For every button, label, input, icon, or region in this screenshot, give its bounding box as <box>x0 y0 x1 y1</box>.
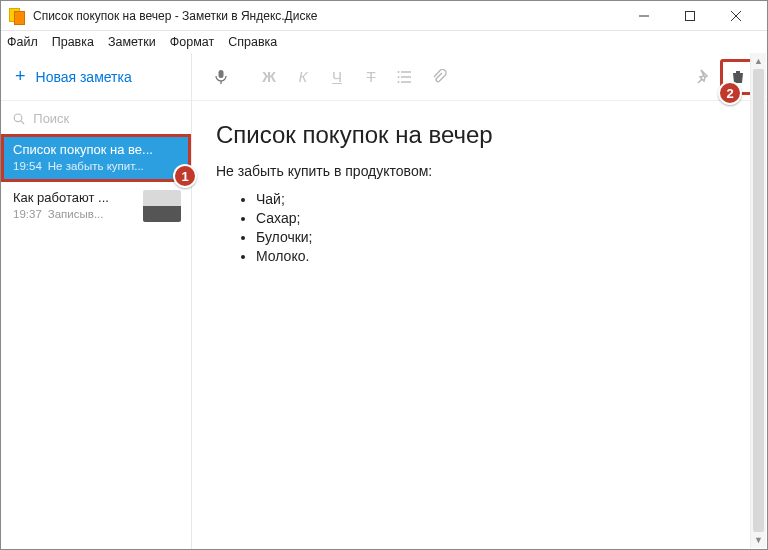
note-editor[interactable]: Список покупок на вечер Не забыть купить… <box>192 101 767 549</box>
svg-point-5 <box>398 81 400 83</box>
note-thumbnail <box>143 190 181 222</box>
svg-rect-0 <box>686 11 695 20</box>
note-title: Список покупок на вечер <box>216 121 743 149</box>
paperclip-icon <box>431 69 447 85</box>
plus-icon: + <box>15 66 26 87</box>
voice-input-button[interactable] <box>204 60 238 94</box>
window-controls <box>621 1 759 30</box>
menu-edit[interactable]: Правка <box>52 35 94 49</box>
svg-point-4 <box>398 76 400 78</box>
pin-button[interactable] <box>687 60 721 94</box>
strike-button[interactable]: Т <box>354 60 388 94</box>
italic-button[interactable]: К <box>286 60 320 94</box>
note-item[interactable]: Как работают ... 19:37 Записыв... <box>1 182 191 230</box>
list-item: Молоко. <box>256 248 743 264</box>
editor-toolbar: Ж К Ч Т <box>192 53 767 101</box>
note-item-preview: Не забыть купит... <box>48 160 144 172</box>
menubar: Файл Правка Заметки Формат Справка <box>1 31 767 53</box>
svg-point-1 <box>14 114 22 122</box>
note-item-time: 19:37 <box>13 208 42 220</box>
note-paragraph: Не забыть купить в продуктовом: <box>216 163 743 179</box>
list-item: Булочки; <box>256 229 743 245</box>
search-input[interactable] <box>33 111 179 126</box>
bold-button[interactable]: Ж <box>252 60 286 94</box>
mic-icon <box>213 69 229 85</box>
svg-rect-2 <box>219 70 224 78</box>
note-item-time: 19:54 <box>13 160 42 172</box>
list-item: Сахар; <box>256 210 743 226</box>
underline-button[interactable]: Ч <box>320 60 354 94</box>
menu-file[interactable]: Файл <box>7 35 38 49</box>
pin-icon <box>696 69 712 85</box>
note-list-items: Чай; Сахар; Булочки; Молоко. <box>216 191 743 264</box>
main-panel: Ж К Ч Т Список покупок на вечер Не забыт… <box>192 53 767 549</box>
scroll-thumb[interactable] <box>753 69 764 532</box>
note-item-preview: Записыв... <box>48 208 104 220</box>
list-button[interactable] <box>388 60 422 94</box>
app-icon <box>9 8 25 24</box>
list-icon <box>397 69 413 85</box>
scroll-up-arrow[interactable]: ▲ <box>751 53 766 69</box>
titlebar: Список покупок на вечер - Заметки в Янде… <box>1 1 767 31</box>
new-note-button[interactable]: + Новая заметка <box>1 53 191 101</box>
maximize-button[interactable] <box>667 1 713 30</box>
close-button[interactable] <box>713 1 759 30</box>
search-field[interactable] <box>1 101 191 134</box>
minimize-button[interactable] <box>621 1 667 30</box>
window-title: Список покупок на вечер - Заметки в Янде… <box>33 9 621 23</box>
note-item-selected[interactable]: Список покупок на ве... 19:54 Не забыть … <box>1 134 191 182</box>
new-note-label: Новая заметка <box>36 69 132 85</box>
note-item-title: Список покупок на ве... <box>13 142 181 157</box>
note-list: Список покупок на ве... 19:54 Не забыть … <box>1 134 191 549</box>
callout-1: 1 <box>173 164 197 188</box>
search-icon <box>13 112 25 126</box>
list-item: Чай; <box>256 191 743 207</box>
sidebar: + Новая заметка Список покупок на ве... … <box>1 53 192 549</box>
vertical-scrollbar[interactable]: ▲ ▼ <box>750 53 766 548</box>
svg-point-3 <box>398 71 400 73</box>
menu-format[interactable]: Формат <box>170 35 214 49</box>
attach-button[interactable] <box>422 60 456 94</box>
callout-2: 2 <box>718 81 742 105</box>
scroll-down-arrow[interactable]: ▼ <box>751 532 766 548</box>
menu-help[interactable]: Справка <box>228 35 277 49</box>
menu-notes[interactable]: Заметки <box>108 35 156 49</box>
